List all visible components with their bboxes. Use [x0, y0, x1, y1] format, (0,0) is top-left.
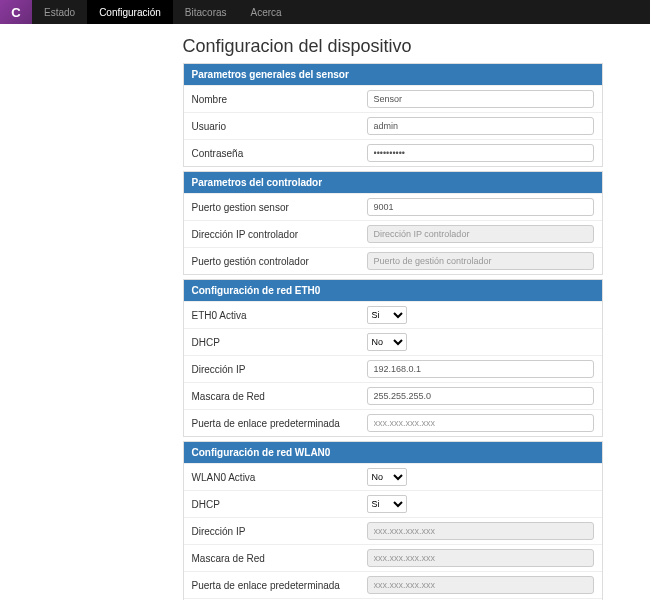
label-nombre: Nombre: [192, 94, 367, 105]
nav-configuracion[interactable]: Configuración: [87, 0, 173, 24]
input-eth0-mask[interactable]: [367, 387, 594, 405]
panel-controller-heading: Parametros del controlador: [184, 172, 602, 193]
label-wlan0-activa: WLAN0 Activa: [192, 472, 367, 483]
input-puerto-sensor[interactable]: [367, 198, 594, 216]
navbar: C Estado Configuración Bitacoras Acerca: [0, 0, 650, 24]
panel-controller: Parametros del controlador Puerto gestio…: [183, 171, 603, 275]
input-nombre[interactable]: [367, 90, 594, 108]
label-wlan0-dhcp: DHCP: [192, 499, 367, 510]
input-eth0-gateway[interactable]: [367, 414, 594, 432]
label-eth0-ip: Dirección IP: [192, 364, 367, 375]
select-wlan0-dhcp[interactable]: Si: [367, 495, 407, 513]
panel-sensor: Parametros generales del sensor Nombre U…: [183, 63, 603, 167]
select-eth0-activa[interactable]: Si: [367, 306, 407, 324]
label-eth0-activa: ETH0 Activa: [192, 310, 367, 321]
nav-bitacoras[interactable]: Bitacoras: [173, 0, 239, 24]
select-eth0-dhcp[interactable]: No: [367, 333, 407, 351]
input-eth0-ip[interactable]: [367, 360, 594, 378]
panel-eth0-heading: Configuración de red ETH0: [184, 280, 602, 301]
label-puerto-controlador: Puerto gestión controlador: [192, 256, 367, 267]
label-eth0-gateway: Puerta de enlace predeterminada: [192, 418, 367, 429]
brand-logo[interactable]: C: [0, 0, 32, 24]
input-puerto-controlador[interactable]: [367, 252, 594, 270]
nav-estado[interactable]: Estado: [32, 0, 87, 24]
page-title: Configuracion del dispositivo: [183, 36, 603, 57]
main-container: Configuracion del dispositivo Parametros…: [48, 36, 603, 600]
label-ip-controlador: Dirección IP controlador: [192, 229, 367, 240]
label-puerto-sensor: Puerto gestion sensor: [192, 202, 367, 213]
input-wlan0-gateway[interactable]: [367, 576, 594, 594]
panel-wlan0-heading: Configuración de red WLAN0: [184, 442, 602, 463]
panel-eth0: Configuración de red ETH0 ETH0 Activa Si…: [183, 279, 603, 437]
input-ip-controlador[interactable]: [367, 225, 594, 243]
label-wlan0-ip: Dirección IP: [192, 526, 367, 537]
panel-wlan0: Configuración de red WLAN0 WLAN0 Activa …: [183, 441, 603, 600]
input-contrasena[interactable]: [367, 144, 594, 162]
label-wlan0-mask: Mascara de Red: [192, 553, 367, 564]
input-wlan0-ip[interactable]: [367, 522, 594, 540]
panel-sensor-heading: Parametros generales del sensor: [184, 64, 602, 85]
select-wlan0-activa[interactable]: No: [367, 468, 407, 486]
label-eth0-mask: Mascara de Red: [192, 391, 367, 402]
label-wlan0-gateway: Puerta de enlace predeterminada: [192, 580, 367, 591]
nav-acerca[interactable]: Acerca: [239, 0, 294, 24]
label-eth0-dhcp: DHCP: [192, 337, 367, 348]
label-usuario: Usuario: [192, 121, 367, 132]
label-contrasena: Contraseña: [192, 148, 367, 159]
input-usuario[interactable]: [367, 117, 594, 135]
input-wlan0-mask[interactable]: [367, 549, 594, 567]
